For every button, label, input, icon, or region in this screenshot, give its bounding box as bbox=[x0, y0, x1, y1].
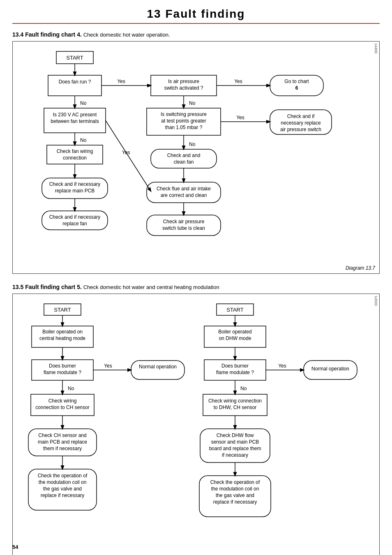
svg-text:No: No bbox=[189, 100, 196, 106]
svg-text:No: No bbox=[80, 100, 87, 106]
diagram1-id: 14499 bbox=[374, 43, 378, 53]
svg-text:Yes: Yes bbox=[278, 363, 286, 369]
svg-text:replace if necessary: replace if necessary bbox=[41, 493, 85, 498]
svg-text:Check air pressure: Check air pressure bbox=[163, 219, 205, 224]
svg-text:board and replace them: board and replace them bbox=[209, 446, 261, 451]
svg-text:Is 230 V AC present: Is 230 V AC present bbox=[53, 112, 97, 118]
svg-text:No: No bbox=[189, 141, 196, 147]
svg-text:them if necessary: them if necessary bbox=[43, 446, 82, 451]
svg-text:air pressure switch: air pressure switch bbox=[280, 127, 321, 132]
page-title: 13 Fault finding bbox=[12, 7, 380, 21]
svg-text:between fan terminals: between fan terminals bbox=[51, 118, 99, 124]
svg-text:Boiler operated: Boiler operated bbox=[218, 329, 251, 335]
svg-text:Check CH sensor and: Check CH sensor and bbox=[38, 432, 86, 438]
flowchart2: START Boiler operated on central heating… bbox=[17, 300, 375, 555]
svg-text:Yes: Yes bbox=[122, 150, 130, 155]
section1-title: 13.4 Fault finding chart 4. Check domest… bbox=[12, 31, 380, 38]
svg-text:Check and if: Check and if bbox=[287, 113, 315, 119]
svg-text:Yes: Yes bbox=[234, 79, 242, 84]
svg-text:the gas valve and: the gas valve and bbox=[216, 493, 254, 498]
svg-text:No: No bbox=[68, 386, 74, 391]
svg-text:Check DHW flow: Check DHW flow bbox=[217, 432, 254, 438]
svg-text:sensor and main PCB: sensor and main PCB bbox=[211, 439, 259, 445]
svg-text:Check the operation of: Check the operation of bbox=[38, 473, 88, 479]
svg-text:the modulation coil on: the modulation coil on bbox=[39, 479, 87, 485]
svg-text:switch activated ?: switch activated ? bbox=[164, 85, 203, 91]
svg-text:Go to chart: Go to chart bbox=[284, 79, 309, 84]
svg-text:Check wiring: Check wiring bbox=[48, 398, 77, 404]
svg-rect-3 bbox=[48, 75, 101, 96]
svg-text:on DHW mode: on DHW mode bbox=[219, 335, 251, 341]
svg-rect-72 bbox=[131, 361, 184, 379]
svg-text:flame modulate ?: flame modulate ? bbox=[216, 370, 254, 375]
svg-text:switch tube is clean: switch tube is clean bbox=[162, 225, 205, 231]
page-body: 13.4 Fault finding chart 4. Check domest… bbox=[0, 24, 392, 555]
svg-text:replace fan: replace fan bbox=[62, 221, 87, 227]
svg-text:Check the operation of: Check the operation of bbox=[210, 479, 260, 485]
svg-text:clean fan: clean fan bbox=[174, 159, 194, 165]
svg-rect-49 bbox=[151, 149, 217, 168]
svg-text:Check wiring connection: Check wiring connection bbox=[208, 398, 262, 404]
svg-text:replace if necessary: replace if necessary bbox=[213, 499, 257, 505]
svg-text:than 1.05 mbar ?: than 1.05 mbar ? bbox=[165, 125, 203, 130]
svg-text:to DHW, CH sensor: to DHW, CH sensor bbox=[214, 405, 257, 410]
diagram1-box: 14499 START Does fan run ? Yes No Is 230… bbox=[12, 41, 380, 274]
svg-text:Does burner: Does burner bbox=[49, 363, 76, 369]
svg-text:Is air pressure: Is air pressure bbox=[168, 79, 199, 84]
diagram2-id: 14500 bbox=[374, 296, 378, 306]
diagram2-box: 14500 START Boiler operated on central h… bbox=[12, 294, 380, 555]
svg-text:Yes: Yes bbox=[236, 115, 244, 120]
svg-text:Boiler operated on: Boiler operated on bbox=[42, 329, 83, 335]
svg-text:Yes: Yes bbox=[104, 363, 112, 369]
page-number: 54 bbox=[12, 544, 18, 550]
svg-text:Yes: Yes bbox=[117, 79, 125, 84]
svg-text:Does fan run ?: Does fan run ? bbox=[59, 79, 91, 85]
svg-text:START: START bbox=[54, 307, 71, 313]
svg-text:the gas valve and: the gas valve and bbox=[43, 486, 82, 492]
svg-text:main PCB and replace: main PCB and replace bbox=[38, 439, 87, 445]
svg-text:Check and if necessary: Check and if necessary bbox=[49, 214, 101, 220]
svg-text:connection to CH sensor: connection to CH sensor bbox=[35, 405, 89, 410]
svg-text:START: START bbox=[226, 307, 243, 313]
svg-text:central heating mode: central heating mode bbox=[39, 335, 85, 341]
flowchart1: START Does fan run ? Yes No Is 230 V AC … bbox=[17, 47, 375, 269]
svg-rect-24 bbox=[42, 211, 108, 230]
svg-text:flame modulate ?: flame modulate ? bbox=[44, 370, 81, 375]
svg-text:replace main PCB: replace main PCB bbox=[55, 188, 95, 194]
svg-text:Check and and: Check and and bbox=[167, 153, 201, 158]
svg-text:No: No bbox=[240, 386, 247, 391]
svg-text:the modulation coil on: the modulation coil on bbox=[211, 486, 259, 492]
svg-text:Does burner: Does burner bbox=[221, 363, 249, 369]
section2-title: 13.5 Fault finding chart 5. Check domest… bbox=[12, 284, 380, 290]
svg-text:connection: connection bbox=[63, 155, 87, 161]
svg-text:if necessary: if necessary bbox=[222, 452, 248, 458]
page-header: 13 Fault finding bbox=[12, 0, 380, 24]
svg-text:No: No bbox=[80, 137, 87, 143]
svg-text:START: START bbox=[66, 55, 83, 61]
svg-text:Normal operation: Normal operation bbox=[139, 364, 177, 370]
svg-text:Check fan wiring: Check fan wiring bbox=[57, 148, 93, 154]
svg-text:Is switching pressure: Is switching pressure bbox=[161, 111, 207, 117]
svg-text:6: 6 bbox=[295, 85, 298, 91]
svg-text:necessary replace: necessary replace bbox=[281, 120, 321, 126]
svg-text:at test points greater: at test points greater bbox=[161, 118, 206, 124]
diagram1-label: Diagram 13.7 bbox=[346, 265, 375, 271]
svg-rect-16 bbox=[47, 145, 103, 164]
svg-text:Normal operation: Normal operation bbox=[311, 366, 349, 372]
svg-text:are correct and clean: are correct and clean bbox=[161, 192, 207, 198]
svg-line-12 bbox=[106, 120, 151, 191]
svg-text:Check and if necessary: Check and if necessary bbox=[49, 181, 101, 187]
svg-text:Check flue and air intake: Check flue and air intake bbox=[157, 186, 211, 192]
